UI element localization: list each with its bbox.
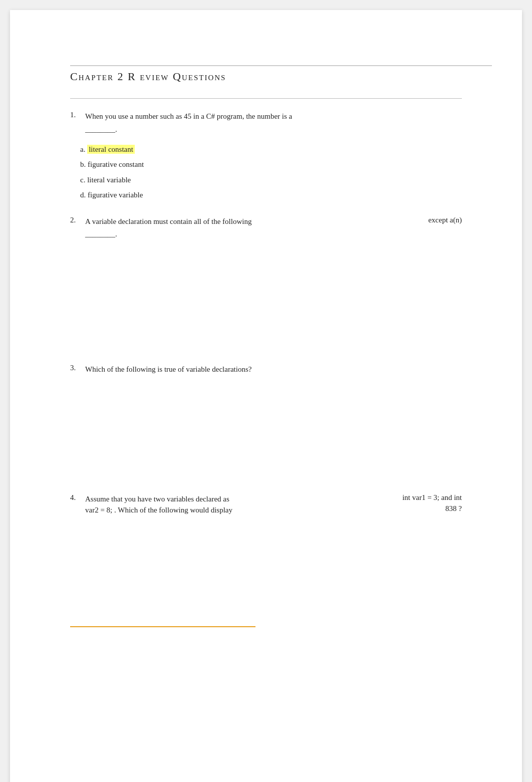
q1-option-c: c. literal variable <box>80 174 462 186</box>
q1-option-b-label: b. <box>80 160 88 168</box>
top-border <box>70 65 492 66</box>
q1-option-b: b. figurative constant <box>80 159 462 170</box>
question-1: 1. When you use a number such as 45 in a… <box>70 111 462 201</box>
q4-right1: int var1 = 3; and int <box>402 493 462 502</box>
q4-mid2: . Which of the following would display <box>114 506 232 514</box>
section-divider <box>70 98 462 99</box>
q1-text: When you use a number such as 45 in a C#… <box>85 111 462 122</box>
question-2: 2. A variable declaration must contain a… <box>70 216 462 349</box>
q3-text: Which of the following is true of variab… <box>85 364 462 375</box>
q3-answer-space <box>70 378 462 478</box>
q2-right: except a(n) <box>428 216 462 224</box>
q1-option-a-label: a. <box>80 145 87 153</box>
q4-bottom-space <box>70 627 462 727</box>
q1-option-b-text: figurative constant <box>88 160 144 168</box>
q1-option-a: a. literal constant <box>80 144 462 155</box>
q2-number: 2. <box>70 216 85 224</box>
q1-blank: ________. <box>85 125 462 134</box>
q1-option-c-text: literal variable <box>87 176 131 184</box>
q1-option-a-text: literal constant <box>87 145 135 154</box>
q4-answer-space <box>70 521 462 611</box>
page: Chapter 2 R eview Questions 1. When you … <box>10 10 522 782</box>
question-3-row: 3. Which of the following is true of var… <box>70 364 462 375</box>
q4-row1: 4. Assume that you have two variables de… <box>70 493 462 505</box>
q1-options: a. literal constant b. figurative consta… <box>80 144 462 201</box>
question-2-row: 2. A variable declaration must contain a… <box>70 216 462 227</box>
q1-option-c-label: c. <box>80 176 87 184</box>
question-4: 4. Assume that you have two variables de… <box>70 493 462 727</box>
q1-option-d-label: d. <box>80 191 88 199</box>
question-3: 3. Which of the following is true of var… <box>70 364 462 478</box>
q4-right2: 838 ? <box>445 504 462 513</box>
q4-text-part2: var2 = 8; . Which of the following would… <box>85 504 405 516</box>
q2-text: A variable declaration must contain all … <box>85 216 398 227</box>
q1-number: 1. <box>70 111 85 119</box>
q4-text-part1: Assume that you have two variables decla… <box>85 493 362 505</box>
q2-answer-space <box>70 248 462 349</box>
q4-row2: var2 = 8; . Which of the following would… <box>85 504 462 516</box>
q4-number: 4. <box>70 493 85 502</box>
q2-blank: ________. <box>85 230 462 238</box>
question-1-row: 1. When you use a number such as 45 in a… <box>70 111 462 122</box>
q1-option-d-text: figurative variable <box>88 191 143 199</box>
q3-number: 3. <box>70 364 85 372</box>
q1-option-d: d. figurative variable <box>80 189 462 201</box>
chapter-heading: Chapter 2 R eview Questions <box>70 70 462 83</box>
